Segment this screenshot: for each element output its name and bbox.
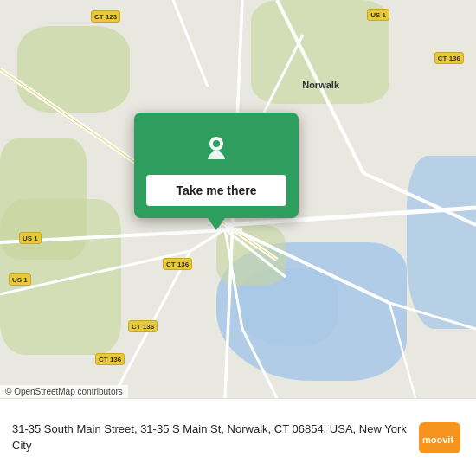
svg-line-14	[173, 0, 208, 87]
svg-line-16	[389, 303, 476, 329]
road-shield-ct136-mid: CT 136	[163, 258, 192, 270]
road-shield-us1-bottom: US 1	[9, 273, 31, 286]
road-shield-us1-top: US 1	[367, 9, 389, 21]
svg-point-20	[213, 140, 220, 147]
svg-line-15	[260, 35, 303, 121]
road-shield-ct136-top: CT 136	[434, 52, 464, 64]
address-text: 31-35 South Main Street, 31-35 S Main St…	[12, 421, 407, 453]
road-shield-ct136-bottom1: CT 136	[128, 320, 158, 332]
svg-line-17	[389, 303, 415, 398]
svg-line-8	[0, 251, 190, 294]
road-shield-ct136-bottom2: CT 136	[95, 353, 125, 365]
svg-line-2	[225, 225, 389, 303]
popup-card: Take me there	[134, 113, 299, 218]
svg-line-11	[225, 229, 286, 277]
svg-line-13	[242, 329, 277, 398]
map-container: Norwalk CT 123 US 1 CT 136 US 1 CT 136 U…	[0, 0, 476, 398]
bottom-bar: 31-35 South Main Street, 31-35 S Main St…	[0, 398, 476, 476]
take-me-there-button[interactable]: Take me there	[146, 175, 286, 206]
svg-line-5	[363, 173, 476, 225]
svg-text:moovit: moovit	[422, 434, 453, 445]
road-shield-ct123: CT 123	[91, 10, 120, 23]
map-attribution: © OpenStreetMap contributors	[0, 385, 128, 398]
location-pin-icon	[197, 128, 235, 166]
road-shield-us1-mid: US 1	[19, 232, 42, 244]
moovit-icon: moovit	[419, 422, 460, 453]
moovit-logo: moovit	[415, 422, 464, 453]
city-label: Norwalk	[302, 80, 339, 90]
